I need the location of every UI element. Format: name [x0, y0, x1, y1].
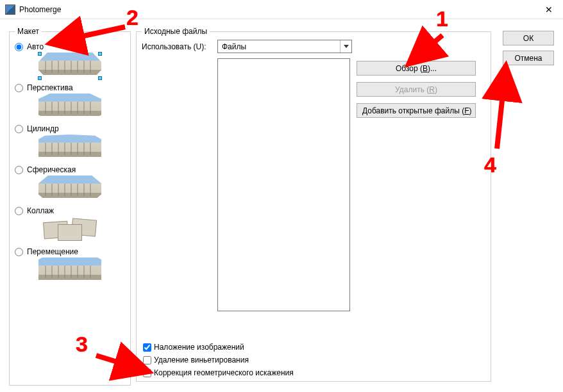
- thumb-spherical: [38, 176, 101, 202]
- use-row: Использовать (U): Файлы: [142, 40, 485, 53]
- check-label: Коррекция геометрического искажения: [154, 368, 294, 377]
- check-label: Наложение изображений: [154, 343, 244, 352]
- source-column: Исходные файлы Использовать (U): Файлы О…: [136, 27, 491, 382]
- radio-label: Сферическая: [27, 165, 76, 174]
- action-column: ОК Отмена: [496, 27, 554, 382]
- radio-collage[interactable]: [15, 207, 23, 215]
- file-buttons: Обзор (B)... Удалить (R) Добавить открыт…: [357, 61, 476, 311]
- radio-label: Перемещение: [27, 247, 78, 256]
- layout-column: Макет Авто Перспектива Цилиндр: [9, 27, 131, 386]
- layout-legend: Макет: [15, 27, 42, 36]
- radio-cylinder[interactable]: [15, 125, 23, 133]
- app-icon: [5, 4, 15, 15]
- radio-auto[interactable]: [15, 43, 23, 51]
- radio-label: Коллаж: [27, 206, 54, 215]
- layout-option-reposition[interactable]: Перемещение: [15, 247, 125, 256]
- cancel-button[interactable]: Отмена: [503, 51, 554, 65]
- layout-option-perspective[interactable]: Перспектива: [15, 83, 125, 92]
- radio-label: Цилиндр: [27, 124, 59, 133]
- close-button[interactable]: ✕: [534, 0, 563, 19]
- remove-button: Удалить (R): [357, 82, 476, 97]
- checks: Наложение изображений Удаление виньетиро…: [143, 343, 294, 377]
- window-title: Photomerge: [19, 5, 61, 14]
- radio-reposition[interactable]: [15, 248, 23, 256]
- check-geometric[interactable]: Коррекция геометрического искажения: [143, 368, 294, 377]
- layout-option-cylinder[interactable]: Цилиндр: [15, 124, 125, 133]
- layout-option-collage[interactable]: Коллаж: [15, 206, 125, 215]
- thumb-collage: [38, 216, 101, 243]
- checkbox-vignette[interactable]: [143, 356, 151, 364]
- layout-fieldset: Макет Авто Перспектива Цилиндр: [9, 27, 131, 386]
- ok-button[interactable]: ОК: [503, 31, 554, 45]
- checkbox-geometric[interactable]: [143, 369, 151, 377]
- add-open-files-button[interactable]: Добавить открытые файлы (F): [357, 103, 476, 118]
- layout-option-auto[interactable]: Авто: [15, 42, 125, 51]
- thumb-cylinder: [38, 135, 101, 161]
- radio-label: Авто: [27, 42, 44, 51]
- checkbox-blend[interactable]: [143, 343, 151, 352]
- check-label: Удаление виньетирования: [154, 355, 249, 364]
- file-area: Обзор (B)... Удалить (R) Добавить открыт…: [142, 58, 485, 311]
- thumb-auto: [38, 53, 101, 79]
- check-vignette[interactable]: Удаление виньетирования: [143, 355, 294, 364]
- browse-button[interactable]: Обзор (B)...: [357, 61, 476, 76]
- use-value: Файлы: [222, 42, 246, 51]
- chevron-down-icon: [340, 40, 351, 53]
- radio-label: Перспектива: [27, 83, 73, 92]
- use-select[interactable]: Файлы: [217, 40, 352, 53]
- source-fieldset: Исходные файлы Использовать (U): Файлы О…: [136, 27, 491, 382]
- source-legend: Исходные файлы: [142, 27, 210, 36]
- radio-spherical[interactable]: [15, 166, 23, 174]
- close-icon: ✕: [545, 4, 553, 15]
- file-list[interactable]: [217, 58, 350, 311]
- thumb-reposition: [38, 257, 101, 284]
- use-label: Использовать (U):: [142, 42, 214, 51]
- radio-perspective[interactable]: [15, 84, 23, 92]
- check-blend[interactable]: Наложение изображений: [143, 343, 294, 352]
- layout-option-spherical[interactable]: Сферическая: [15, 165, 125, 174]
- dialog-body: Макет Авто Перспектива Цилиндр: [0, 19, 563, 391]
- titlebar: Photomerge ✕: [0, 0, 563, 19]
- thumb-perspective: [38, 94, 101, 120]
